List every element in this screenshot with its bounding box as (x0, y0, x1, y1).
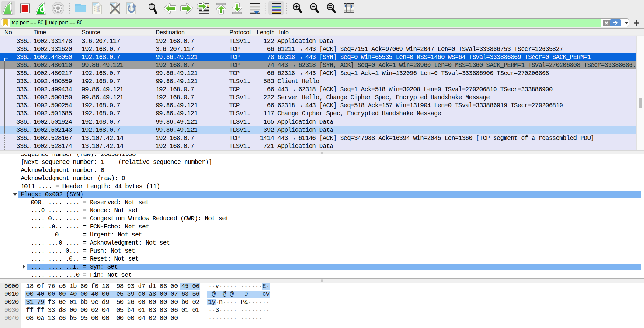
svg-text:01012: 01012 (94, 10, 101, 13)
